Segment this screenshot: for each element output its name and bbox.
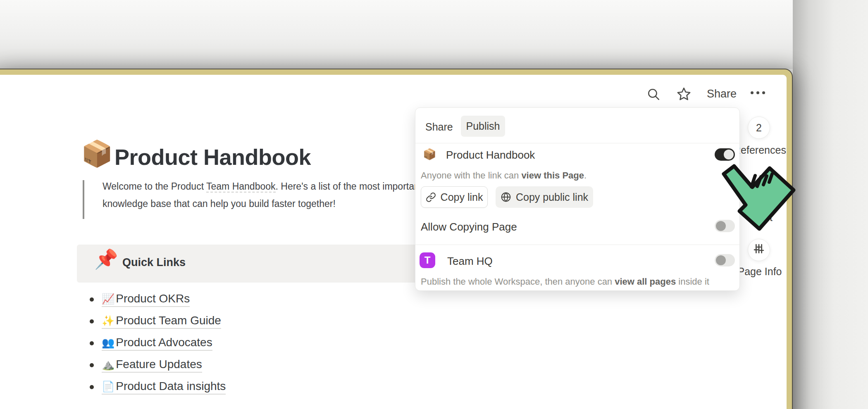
- divider: [415, 143, 740, 143]
- copy-link-button[interactable]: Copy link: [421, 186, 488, 208]
- team-handbook-link[interactable]: Team Handbook: [206, 181, 276, 193]
- link-label: Product Data insights: [116, 380, 226, 392]
- link-icon: [426, 192, 436, 202]
- bullet-dot: [90, 363, 94, 367]
- toggle-knob: [724, 150, 734, 159]
- page-link-product-okrs[interactable]: 📈Product OKRs: [102, 292, 190, 307]
- copy-link-label: Copy link: [441, 191, 483, 203]
- link-helper-text: Anyone with the link can view this Page.: [421, 170, 587, 181]
- bullet-dot: [90, 341, 94, 345]
- quote-line2: knowledge base that can help you build f…: [103, 198, 336, 209]
- mountain-emoji: ⛰️: [102, 359, 114, 370]
- copy-public-link-label: Copy public link: [516, 191, 588, 203]
- bullet-dot: [90, 385, 94, 389]
- page-emoji: 📦: [423, 148, 436, 161]
- helper-prefix: Publish the whole Workspace, then anyone…: [421, 276, 615, 287]
- page-link-product-advocates[interactable]: 👥Product Advocates: [102, 336, 212, 351]
- page-icon-emoji[interactable]: 📦: [81, 139, 113, 169]
- allow-copying-label: Allow Copying Page: [421, 221, 517, 233]
- link-label: Product Team Guide: [116, 314, 221, 327]
- copy-public-link-button[interactable]: Copy public link: [496, 186, 593, 208]
- sliders-icon: [752, 242, 765, 258]
- helper-suffix: inside it: [676, 276, 709, 287]
- page-link-product-team-guide[interactable]: ✨Product Team Guide: [102, 314, 221, 329]
- page-info-button[interactable]: [748, 239, 770, 261]
- helper-prefix: Anyone with the link can: [421, 170, 521, 181]
- references-badge[interactable]: 2: [748, 117, 770, 139]
- star-icon[interactable]: [676, 86, 692, 102]
- helper-bold: view this Page: [521, 170, 584, 181]
- references-count: 2: [756, 122, 762, 134]
- quote-line1-pre: Welcome to the Product: [103, 181, 206, 192]
- bullet-dot: [90, 297, 94, 302]
- chart-emoji: 📈: [102, 293, 114, 304]
- tab-share[interactable]: Share: [425, 121, 453, 133]
- link-label: Feature Updates: [116, 358, 202, 371]
- share-button[interactable]: Share: [707, 88, 737, 100]
- bullet-dot: [90, 319, 94, 323]
- workspace-avatar: T: [420, 252, 435, 268]
- tab-publish[interactable]: Publish: [461, 116, 505, 137]
- publish-page-toggle[interactable]: [715, 148, 735, 161]
- people-emoji: 👥: [102, 337, 114, 348]
- page-link-feature-updates[interactable]: ⛰️Feature Updates: [102, 358, 202, 373]
- quote-bar: [83, 180, 84, 219]
- popover-page-title: Product Handbook: [446, 149, 535, 162]
- cursor-hand-icon: [711, 162, 800, 238]
- search-icon[interactable]: [646, 87, 661, 101]
- share-popover: Share Publish 📦 Product Handbook Anyone …: [415, 107, 740, 291]
- globe-icon: [501, 192, 511, 202]
- quick-links-title: Quick Links: [122, 256, 186, 269]
- desktop-background-top: [0, 0, 868, 69]
- helper-bold: view all pages: [615, 276, 676, 287]
- helper-suffix: .: [584, 170, 587, 181]
- page-link-product-data-insights[interactable]: 📄Product Data insights: [102, 380, 226, 395]
- more-options-icon[interactable]: [751, 91, 765, 94]
- pushpin-icon: 📌: [94, 248, 118, 270]
- workspace-title: Team HQ: [447, 255, 493, 268]
- link-label: Product Advocates: [116, 336, 212, 349]
- page-title: Product Handbook: [114, 144, 311, 170]
- toggle-knob: [716, 255, 726, 265]
- publish-workspace-toggle[interactable]: [715, 254, 735, 266]
- document-emoji: 📄: [102, 380, 114, 392]
- link-label: Product OKRs: [116, 292, 190, 305]
- workspace-helper-text: Publish the whole Workspace, then anyone…: [421, 276, 709, 287]
- sparkles-emoji: ✨: [102, 315, 114, 326]
- desktop-background-right: [793, 0, 868, 409]
- divider: [415, 245, 740, 245]
